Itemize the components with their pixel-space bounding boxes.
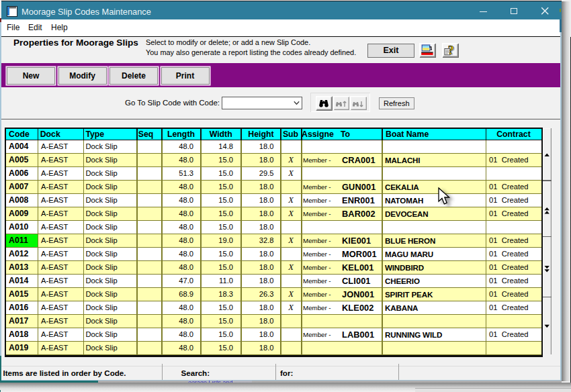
svg-text:?: ? [448, 44, 454, 57]
